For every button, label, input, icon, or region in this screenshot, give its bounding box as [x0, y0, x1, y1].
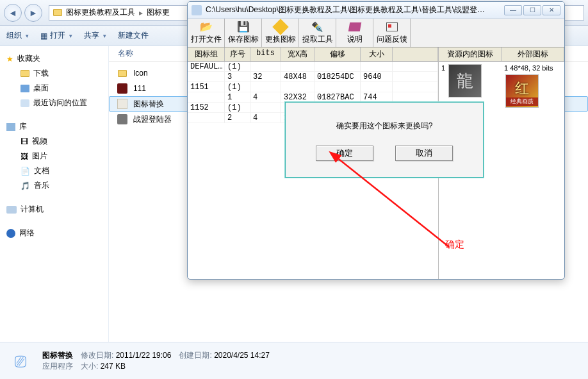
close-button[interactable]: ✕ [543, 5, 560, 15]
app-icon [117, 114, 127, 124]
side-header-external[interactable]: 外部图标 [502, 47, 564, 61]
app-icon [117, 99, 127, 109]
icon-tool-window: C:\Users\hu\Desktop\图标更换教程及工具\图标更换教程及工具\… [187, 1, 565, 280]
annotation-label: 确定 [445, 239, 464, 251]
side-header-internal[interactable]: 资源内的图标 [439, 47, 502, 61]
external-icon-label: 48*48, 32 bits [510, 64, 553, 72]
window-title: C:\Users\hu\Desktop\图标更换教程及工具\图标更换教程及工具\… [206, 4, 500, 15]
details-pane: ⎚ 图标替换 修改日期: 2011/1/22 19:06 创建日期: 2020/… [0, 342, 588, 379]
internal-icon-thumb[interactable] [448, 64, 482, 97]
confirm-dialog: 确实要用这个图标来更换吗? 确定 取消 [285, 102, 484, 178]
minimize-button[interactable]: — [504, 5, 522, 15]
table-row[interactable]: 33248X48018254DC9640 [188, 72, 438, 82]
star-icon: ★ [6, 55, 13, 63]
folder-icon [53, 9, 62, 16]
app-icon [192, 5, 202, 15]
external-icon-thumb[interactable] [505, 74, 539, 108]
help-icon [348, 22, 361, 31]
help-button[interactable]: 说明 [336, 19, 373, 47]
table-row[interactable]: 1151(1) [188, 82, 438, 92]
feedback-icon [386, 22, 398, 31]
organize-button[interactable]: 组织 [6, 30, 29, 41]
nav-favorites[interactable]: ★收藏夹 [3, 51, 106, 66]
recent-icon [20, 99, 29, 107]
computer-icon [6, 206, 17, 214]
nav-downloads[interactable]: 下载 [3, 66, 106, 81]
newfolder-button[interactable]: 新建文件 [118, 30, 149, 41]
nav-desktop[interactable]: 桌面 [3, 81, 106, 96]
nav-computer[interactable]: 计算机 [3, 202, 106, 217]
nav-documents[interactable]: 📄 文档 [3, 164, 106, 178]
file-type-icon: ⎚ [8, 348, 33, 374]
status-type: 应用程序 [42, 361, 73, 372]
open-file-button[interactable]: 打开文件 [188, 19, 225, 47]
status-name: 图标替换 [42, 350, 73, 361]
nav-recent[interactable]: 最近访问的位置 [3, 96, 106, 110]
network-icon [6, 229, 15, 238]
open-button[interactable]: ▦ 打开 [40, 30, 72, 41]
feedback-button[interactable]: 问题反馈 [373, 19, 411, 47]
folder-icon [118, 70, 127, 77]
main-toolbar: 打开文件 保存图标 更换图标 提取工具 说明 问题反馈 [188, 19, 564, 47]
nav-pane: ★收藏夹 下载 桌面 最近访问的位置 库 🎞 视频 🖼 图片 📄 文档 🎵 音乐… [0, 46, 109, 342]
library-icon [6, 123, 15, 131]
ok-button[interactable]: 确定 [316, 146, 373, 161]
save-icon-button[interactable]: 保存图标 [225, 19, 262, 47]
folder-icon [20, 70, 29, 77]
external-icons[interactable]: 1 48*48, 32 bits [502, 62, 564, 110]
share-button[interactable]: 共享 [84, 30, 106, 41]
nav-music[interactable]: 🎵 音乐 [3, 178, 106, 193]
swap-icon [272, 19, 288, 35]
nav-libraries[interactable]: 库 [3, 119, 106, 134]
desktop-icon [20, 85, 29, 92]
breadcrumb-seg[interactable]: 图标更 [147, 7, 170, 18]
app-icon [117, 83, 127, 94]
extract-button[interactable]: 提取工具 [299, 19, 336, 47]
cancel-button[interactable]: 取消 [395, 146, 453, 161]
nav-back-button[interactable]: ◄ [4, 4, 22, 22]
swap-icon-button[interactable]: 更换图标 [262, 19, 299, 47]
nav-network[interactable]: 网络 [3, 226, 106, 240]
grid-header[interactable]: 图标组序号bits宽X高偏移大小 [188, 47, 438, 62]
nav-pictures[interactable]: 🖼 图片 [3, 149, 106, 164]
dialog-message: 确实要用这个图标来更换吗? [286, 103, 483, 131]
breadcrumb-sep: ▸ [139, 8, 143, 17]
breadcrumb-seg[interactable]: 图标更换教程及工具 [66, 7, 135, 18]
extract-icon [311, 21, 324, 33]
table-row[interactable]: 1432X3201827BAC744 [188, 92, 438, 103]
maximize-button[interactable]: ☐ [523, 5, 541, 15]
titlebar[interactable]: C:\Users\hu\Desktop\图标更换教程及工具\图标更换教程及工具\… [188, 2, 564, 19]
table-row[interactable]: DEFAUL…(1) [188, 62, 438, 72]
save-icon [237, 21, 250, 33]
nav-forward-button[interactable]: ► [24, 4, 42, 22]
nav-videos[interactable]: 🎞 视频 [3, 134, 106, 149]
open-icon [200, 21, 213, 33]
